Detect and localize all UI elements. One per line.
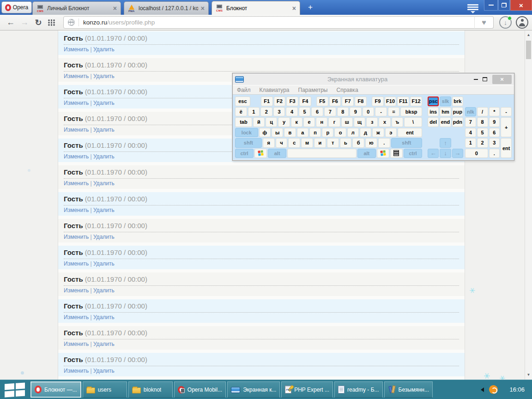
key-pup[interactable]: pup	[452, 107, 463, 117]
key-9[interactable]: 9	[350, 107, 362, 117]
delete-link[interactable]: Удалить	[93, 180, 115, 187]
key-alt[interactable]: alt	[268, 149, 286, 158]
key-.[interactable]: .	[489, 149, 500, 158]
key-tab[interactable]: tab	[235, 117, 252, 127]
edit-link[interactable]: Изменить	[64, 260, 89, 267]
delete-link[interactable]: Удалить	[93, 287, 115, 294]
key-ю[interactable]: ю	[365, 138, 377, 148]
key-ent[interactable]: ent	[501, 138, 512, 158]
key-esc[interactable]: esc	[235, 97, 250, 106]
window-close-button[interactable]: ×	[510, 0, 532, 11]
forward-button[interactable]: →	[18, 18, 31, 27]
key-F11[interactable]: F11	[397, 97, 409, 106]
window-restore-button[interactable]	[498, 0, 510, 11]
taskbar-button-folder-1[interactable]: users	[83, 381, 127, 398]
delete-link[interactable]: Удалить	[93, 100, 115, 106]
key-*[interactable]: *	[489, 107, 500, 117]
delete-link[interactable]: Удалить	[93, 127, 115, 133]
tab-close-icon[interactable]: ×	[292, 6, 296, 11]
edit-link[interactable]: Изменить	[64, 46, 89, 53]
key-slk[interactable]: slk	[440, 97, 451, 106]
key-6[interactable]: 6	[489, 128, 500, 138]
key-5[interactable]: 5	[477, 128, 488, 138]
key-\[interactable]: \	[404, 117, 422, 127]
key-↑[interactable]: ↑	[440, 138, 451, 148]
key-ж[interactable]: ж	[372, 128, 384, 138]
taskbar-button-paint-7[interactable]: Безымянн...	[384, 381, 433, 398]
back-button[interactable]: ←	[4, 18, 18, 27]
osk-minimize-button[interactable]	[471, 75, 480, 84]
tray-app-icon[interactable]	[489, 385, 498, 394]
profile-button[interactable]	[516, 16, 528, 29]
key-ш[interactable]: ш	[341, 117, 353, 127]
start-button[interactable]	[5, 382, 25, 397]
delete-link[interactable]: Удалить	[93, 207, 115, 213]
key-←[interactable]: ←	[428, 149, 439, 158]
scroll-up-arrow[interactable]: ▲	[525, 31, 532, 39]
key-0[interactable]: 0	[465, 149, 488, 158]
key-8[interactable]: 8	[337, 107, 349, 117]
key-shft[interactable]: shft	[235, 138, 262, 148]
key-.[interactable]: .	[378, 138, 390, 148]
key-ctrl[interactable]: ctrl	[404, 149, 422, 158]
key-brk[interactable]: brk	[452, 97, 463, 106]
key-0[interactable]: 0	[363, 107, 375, 117]
key-F1[interactable]: F1	[261, 97, 273, 106]
key-у[interactable]: у	[278, 117, 290, 127]
key-4[interactable]: 4	[465, 128, 476, 138]
key-5[interactable]: 5	[299, 107, 311, 117]
key-pdn[interactable]: pdn	[452, 117, 463, 127]
key-+[interactable]: +	[501, 117, 512, 137]
delete-link[interactable]: Удалить	[93, 73, 115, 79]
taskbar-button-notepad-6[interactable]: readmy - Б...	[334, 381, 383, 398]
key-л[interactable]: л	[347, 128, 359, 138]
tab-close-icon[interactable]: ×	[113, 6, 117, 11]
browser-tab[interactable]: PMAlocalhost / 127.0.0.1 / kon×	[124, 1, 209, 15]
edit-link[interactable]: Изменить	[64, 100, 89, 106]
edit-link[interactable]: Изменить	[64, 287, 89, 294]
key-з[interactable]: з	[366, 117, 378, 127]
edit-link[interactable]: Изменить	[64, 153, 89, 160]
key-й[interactable]: й	[253, 117, 265, 127]
key-п[interactable]: п	[309, 128, 321, 138]
key-ins[interactable]: ins	[428, 107, 439, 117]
browser-tab-active[interactable]: CMSБлокнот×	[212, 1, 300, 15]
key-н[interactable]: н	[316, 117, 327, 127]
key-nlk[interactable]: nlk	[465, 107, 476, 117]
key-э[interactable]: э	[385, 128, 397, 138]
key-х[interactable]: х	[379, 117, 390, 127]
key--[interactable]: -	[501, 107, 512, 117]
key-↓[interactable]: ↓	[440, 149, 451, 158]
key-F10[interactable]: F10	[385, 97, 397, 106]
delete-link[interactable]: Удалить	[93, 234, 115, 240]
key-lock[interactable]: lock	[235, 128, 258, 138]
key-ё[interactable]: ё	[235, 107, 247, 117]
key-win[interactable]	[254, 149, 267, 158]
osk-menu-item[interactable]: Справка	[336, 87, 358, 93]
key-8[interactable]: 8	[477, 117, 488, 127]
delete-link[interactable]: Удалить	[93, 46, 115, 53]
key-2[interactable]: 2	[260, 107, 272, 117]
key-7[interactable]: 7	[324, 107, 336, 117]
reload-button[interactable]: ↻	[31, 18, 45, 28]
key-ы[interactable]: ы	[272, 128, 283, 138]
osk-menu-item[interactable]: Клавиатура	[260, 87, 290, 93]
key-7[interactable]: 7	[465, 117, 476, 127]
taskbar-button-opera-mobile-3[interactable]: Opera Mobil...	[174, 381, 226, 398]
delete-link[interactable]: Удалить	[93, 153, 115, 160]
browser-menu-icon[interactable]	[467, 4, 478, 13]
key-ъ[interactable]: ъ	[392, 117, 403, 127]
key-ctrl[interactable]: ctrl	[235, 149, 254, 158]
osk-menu-item[interactable]: Параметры	[298, 87, 328, 93]
key-F8[interactable]: F8	[355, 97, 367, 106]
key-3[interactable]: 3	[273, 107, 285, 117]
key-space[interactable]	[287, 149, 357, 158]
edit-link[interactable]: Изменить	[64, 73, 89, 79]
osk-menu-item[interactable]: Файл	[237, 87, 251, 93]
osk-close-button[interactable]: ×	[492, 75, 512, 84]
page-scrollbar[interactable]: ▲ ▼	[525, 30, 532, 380]
key-=[interactable]: =	[388, 107, 400, 117]
opera-menu-button[interactable]: Opera	[1, 1, 32, 13]
key-в[interactable]: в	[284, 128, 296, 138]
edit-link[interactable]: Изменить	[64, 127, 89, 133]
